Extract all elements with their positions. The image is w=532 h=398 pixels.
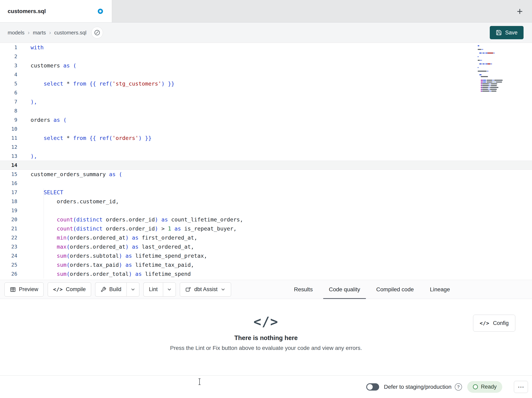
- build-button-group: Build: [95, 282, 139, 297]
- code-line[interactable]: 21 count(distinct orders.order_id) > 1 a…: [0, 224, 532, 233]
- code-line[interactable]: 14: [0, 161, 532, 170]
- defer-label: Defer to staging/production: [384, 384, 451, 390]
- code-quality-panel: </> There is nothing here Press the Lint…: [0, 299, 532, 375]
- line-number: 16: [0, 179, 17, 188]
- line-number: 24: [0, 251, 17, 260]
- line-number: 18: [0, 197, 17, 206]
- line-number: 1: [0, 43, 17, 52]
- code-line[interactable]: 18 orders.customer_id,: [0, 197, 532, 206]
- code-line[interactable]: 12: [0, 143, 532, 152]
- dbt-assist-button-label: dbt Assist: [194, 286, 218, 293]
- line-number: 15: [0, 170, 17, 179]
- status-bar: Defer to staging/production ? Ready ⋯: [0, 375, 532, 398]
- line-number: 5: [0, 79, 17, 88]
- code-line[interactable]: 22 min(orders.ordered_at) as first_order…: [0, 233, 532, 242]
- tab-code-quality[interactable]: Code quality: [321, 280, 368, 299]
- sparkle-edit-icon: [185, 287, 191, 293]
- config-button-label: Config: [493, 320, 509, 326]
- help-icon[interactable]: ?: [455, 383, 462, 391]
- line-number: 26: [0, 269, 17, 278]
- new-tab-button[interactable]: +: [517, 6, 523, 16]
- code-line[interactable]: 24 sum(orders.subtotal) as lifetime_spen…: [0, 251, 532, 260]
- dbt-logo-icon-button[interactable]: [91, 27, 103, 39]
- config-button[interactable]: </> Config: [473, 315, 515, 332]
- dbt-logo-icon: [94, 29, 100, 36]
- code-icon: </>: [53, 287, 63, 292]
- build-dropdown-button[interactable]: [127, 282, 139, 297]
- minimap[interactable]: [478, 45, 508, 92]
- code-line[interactable]: 3customers as (: [0, 61, 532, 70]
- save-icon: [496, 30, 502, 36]
- line-number: 17: [0, 188, 17, 197]
- chevron-down-icon: [130, 287, 136, 292]
- code-line[interactable]: 15customer_orders_summary as (: [0, 170, 532, 179]
- code-editor[interactable]: 1with23customers as (45 select * from {{…: [0, 43, 532, 280]
- code-line[interactable]: 17 SELECT: [0, 188, 532, 197]
- preview-button[interactable]: Preview: [4, 282, 44, 297]
- line-number: 9: [0, 115, 17, 124]
- tab-customers-sql[interactable]: customers.sql: [0, 0, 112, 22]
- status-badge: Ready: [467, 381, 502, 393]
- line-number: 13: [0, 152, 17, 161]
- line-number: 4: [0, 70, 17, 79]
- lint-dropdown-button[interactable]: [163, 282, 176, 297]
- table-icon: [10, 287, 16, 293]
- code-lines: 1with23customers as (45 select * from {{…: [0, 43, 532, 278]
- line-number: 2: [0, 52, 17, 61]
- result-tabs: Results Code quality Compiled code Linea…: [286, 280, 458, 299]
- status-circle-icon: [473, 384, 478, 389]
- code-line[interactable]: 20 count(distinct orders.order_id) as co…: [0, 215, 532, 224]
- build-button-label: Build: [109, 286, 121, 293]
- lint-button-label: Lint: [149, 286, 158, 293]
- breadcrumb-bar: models › marts › customers.sql Save: [0, 23, 532, 43]
- line-number: 11: [0, 133, 17, 143]
- chevron-down-icon: [167, 287, 172, 292]
- chevron-down-icon: [221, 287, 226, 292]
- code-line[interactable]: 5 select * from {{ ref('stg_customers') …: [0, 79, 532, 88]
- lint-button-group: Lint: [143, 282, 176, 297]
- save-button[interactable]: Save: [490, 26, 524, 39]
- compile-button[interactable]: </> Compile: [48, 282, 91, 297]
- code-line[interactable]: 10: [0, 124, 532, 133]
- status-badge-label: Ready: [481, 384, 497, 390]
- line-number: 22: [0, 233, 17, 242]
- tab-lineage[interactable]: Lineage: [422, 280, 458, 299]
- code-line[interactable]: 25 sum(orders.tax_paid) as lifetime_tax_…: [0, 260, 532, 269]
- code-line[interactable]: 2: [0, 52, 532, 61]
- line-number: 25: [0, 260, 17, 269]
- code-icon: </>: [480, 320, 489, 326]
- line-number: 6: [0, 88, 17, 97]
- empty-state-title: There is nothing here: [234, 334, 298, 342]
- line-number: 12: [0, 143, 17, 152]
- defer-toggle[interactable]: [366, 383, 379, 391]
- code-line[interactable]: 16: [0, 179, 532, 188]
- code-line[interactable]: 9orders as (: [0, 115, 532, 124]
- code-line[interactable]: 8: [0, 106, 532, 115]
- breadcrumb-item-models[interactable]: models: [8, 30, 25, 36]
- compile-button-label: Compile: [66, 286, 86, 293]
- code-line[interactable]: 4: [0, 70, 532, 79]
- tab-results[interactable]: Results: [286, 280, 321, 299]
- code-line[interactable]: 1with: [0, 43, 532, 52]
- code-line[interactable]: 19: [0, 206, 532, 215]
- code-line[interactable]: 7),: [0, 97, 532, 106]
- line-number: 10: [0, 124, 17, 133]
- file-tab-bar: customers.sql +: [0, 0, 532, 23]
- code-line[interactable]: 11 select * from {{ ref('orders') }}: [0, 133, 532, 143]
- breadcrumb-item-marts[interactable]: marts: [33, 30, 46, 36]
- breadcrumb-item-customers-sql: customers.sql: [54, 30, 86, 36]
- code-line[interactable]: 23 max(orders.ordered_at) as last_ordere…: [0, 242, 532, 251]
- code-line[interactable]: 26 sum(orders.order_total) as lifetime_s…: [0, 269, 532, 278]
- save-button-label: Save: [505, 30, 518, 36]
- wrench-icon: [101, 287, 106, 292]
- code-line[interactable]: 13),: [0, 152, 532, 161]
- indent-guide: [44, 188, 44, 278]
- build-button[interactable]: Build: [95, 282, 127, 297]
- code-line[interactable]: 6: [0, 88, 532, 97]
- more-options-button[interactable]: ⋯: [514, 381, 528, 393]
- dbt-assist-button[interactable]: dbt Assist: [180, 282, 231, 297]
- lint-button[interactable]: Lint: [143, 282, 163, 297]
- breadcrumb: models › marts › customers.sql: [8, 29, 87, 36]
- unsaved-changes-indicator: [98, 9, 103, 14]
- tab-compiled-code[interactable]: Compiled code: [368, 280, 422, 299]
